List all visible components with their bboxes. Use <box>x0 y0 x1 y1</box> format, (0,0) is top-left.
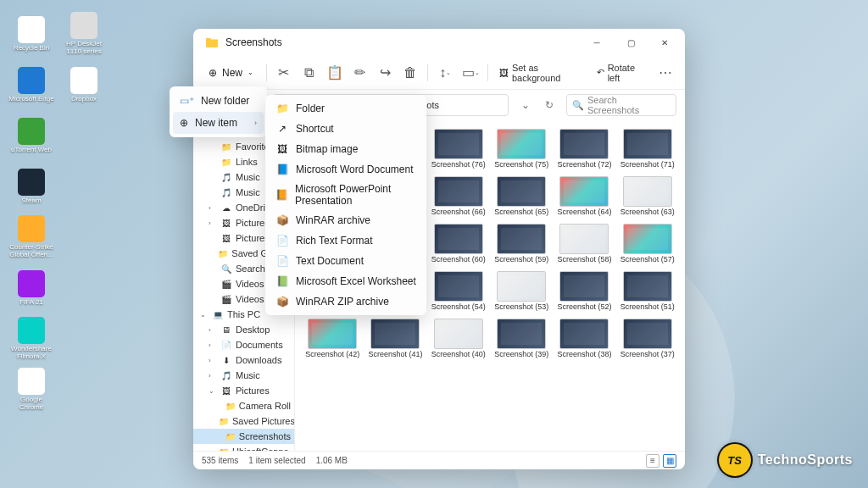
file-thumbnail[interactable]: Screenshot (54) <box>428 269 489 313</box>
flyout-item[interactable]: 📁Folder <box>269 98 423 119</box>
file-thumbnail[interactable]: Screenshot (51) <box>617 269 678 313</box>
sidebar-item[interactable]: ›🎵Music <box>193 368 294 383</box>
file-thumbnail[interactable]: Screenshot (38) <box>554 317 615 361</box>
view-icon[interactable]: ▭⌄ <box>459 61 481 85</box>
separator <box>427 64 428 81</box>
cut-icon[interactable]: ✂ <box>273 61 295 85</box>
close-button[interactable]: ✕ <box>648 29 682 56</box>
share-icon[interactable]: ↪ <box>375 61 397 85</box>
file-thumbnail[interactable]: Screenshot (42) <box>302 317 363 361</box>
minimize-button[interactable]: ─ <box>580 29 614 56</box>
file-thumbnail[interactable]: Screenshot (72) <box>554 127 615 171</box>
flyout-item[interactable]: ↗Shortcut <box>269 119 423 139</box>
sidebar-item-label: Videos <box>236 294 264 304</box>
sort-icon[interactable]: ↕⌄ <box>434 61 456 85</box>
thumbnail-image <box>623 224 672 254</box>
flyout-item[interactable]: 🖼Bitmap image <box>269 139 423 159</box>
sidebar-item[interactable]: 📁Camera Roll <box>193 398 294 413</box>
flyout-item-label: Shortcut <box>296 123 334 135</box>
desktop-icon-label: uTorrent Web <box>11 147 52 154</box>
file-thumbnail[interactable]: Screenshot (41) <box>364 317 426 361</box>
caret-icon: › <box>209 219 217 227</box>
flyout-item[interactable]: 📗Microsoft Excel Worksheet <box>269 271 423 291</box>
flyout-item[interactable]: 📄Text Document <box>269 251 423 271</box>
caret-icon: ⌄ <box>209 387 217 395</box>
sidebar-item-label: Documents <box>236 340 283 350</box>
file-thumbnail[interactable]: Screenshot (71) <box>617 127 678 171</box>
sidebar-item[interactable]: ›📄Documents <box>193 337 294 352</box>
flyout-item[interactable]: 📘Microsoft Word Document <box>269 159 423 180</box>
separator <box>487 64 488 81</box>
grid-view-button[interactable]: ▦ <box>663 454 676 468</box>
app-icon <box>18 118 45 145</box>
file-thumbnail[interactable]: Screenshot (63) <box>617 175 678 219</box>
desktop-icon[interactable]: Counter-Strike Global Offen... <box>8 212 54 263</box>
desktop-icon[interactable]: HP DeskJet 1110 series <box>61 8 107 59</box>
rotate-left-button[interactable]: ↶ Rotate left <box>592 59 651 86</box>
sidebar-item[interactable]: 📁UbisoftConne... <box>193 444 294 451</box>
desktop-icon[interactable]: Dropbox <box>61 59 107 110</box>
sidebar-item[interactable]: ›⬇Downloads <box>193 352 294 368</box>
flyout-item[interactable]: 📦WinRAR archive <box>269 210 423 230</box>
file-thumbnail[interactable]: Screenshot (58) <box>554 222 615 266</box>
new-item-item[interactable]: ⊕ New item › <box>173 112 264 134</box>
sidebar-item[interactable]: ›🖥Desktop <box>193 322 294 337</box>
search-input[interactable]: 🔍 Search Screenshots <box>566 94 676 116</box>
sidebar-item[interactable]: ⌄🖼Pictures <box>193 383 294 398</box>
flyout-item[interactable]: 📦WinRAR ZIP archive <box>269 291 423 312</box>
file-thumbnail[interactable]: Screenshot (66) <box>428 175 489 219</box>
chevron-right-icon: › <box>254 119 257 127</box>
file-thumbnail[interactable]: Screenshot (76) <box>428 127 489 171</box>
rename-icon[interactable]: ✏ <box>349 61 371 85</box>
copy-icon[interactable]: ⧉ <box>298 61 320 85</box>
desktop-icon[interactable]: Steam <box>8 161 54 212</box>
desktop-icon[interactable]: Wondershare Filmora X <box>8 313 54 364</box>
desktop-icon[interactable]: Google Chrome <box>8 364 54 415</box>
delete-icon[interactable]: 🗑 <box>399 61 421 85</box>
desktop-icon[interactable]: Microsoft Edge <box>8 59 54 110</box>
separator <box>266 64 267 81</box>
file-thumbnail[interactable]: Screenshot (37) <box>617 317 678 361</box>
new-button[interactable]: ⊕ New ⌄ <box>202 64 260 82</box>
dropdown-button[interactable]: ⌄ <box>515 95 536 115</box>
file-name: Screenshot (66) <box>431 208 486 217</box>
sidebar-item[interactable]: 📁Screenshots <box>193 429 294 444</box>
maximize-button[interactable]: ▢ <box>614 29 648 56</box>
file-name: Screenshot (65) <box>494 208 548 217</box>
file-thumbnail[interactable]: Screenshot (64) <box>554 175 615 219</box>
file-thumbnail[interactable]: Screenshot (52) <box>554 269 615 313</box>
file-thumbnail[interactable]: Screenshot (57) <box>617 222 678 266</box>
refresh-button[interactable]: ↻ <box>539 95 559 115</box>
file-thumbnail[interactable]: Screenshot (40) <box>428 317 489 361</box>
desktop-icon[interactable]: FIFA 21 <box>8 263 54 313</box>
thumbnail-image <box>434 319 483 349</box>
more-icon[interactable]: ⋯ <box>654 61 676 85</box>
thumbnail-image <box>559 271 609 302</box>
caret-icon: › <box>209 341 217 349</box>
list-view-button[interactable]: ≡ <box>646 454 659 468</box>
desktop-icon[interactable]: uTorrent Web <box>8 110 54 161</box>
set-background-button[interactable]: 🖼 Set as background <box>494 59 588 86</box>
desktop-icon-label: Google Chrome <box>8 396 54 412</box>
file-thumbnail[interactable]: Screenshot (59) <box>491 222 552 266</box>
file-type-icon: 📙 <box>275 188 288 202</box>
desktop-icon[interactable]: Recycle Bin <box>8 8 54 59</box>
flyout-item-label: Microsoft PowerPoint Presentation <box>295 183 416 207</box>
folder-icon: 🔍 <box>220 263 232 274</box>
flyout-item[interactable]: 📙Microsoft PowerPoint Presentation <box>269 180 423 210</box>
paste-icon[interactable]: 📋 <box>324 61 346 85</box>
file-thumbnail[interactable]: Screenshot (60) <box>428 222 489 266</box>
file-thumbnail[interactable]: Screenshot (65) <box>491 175 552 219</box>
file-thumbnail[interactable]: Screenshot (53) <box>491 269 552 313</box>
file-name: Screenshot (53) <box>494 303 548 312</box>
flyout-item[interactable]: 📄Rich Text Format <box>269 230 423 251</box>
file-thumbnail[interactable]: Screenshot (75) <box>491 127 552 171</box>
file-name: Screenshot (39) <box>494 351 548 359</box>
titlebar[interactable]: Screenshots ─ ▢ ✕ <box>193 29 685 56</box>
rotate-icon: ↶ <box>597 67 604 78</box>
status-bar: 535 items 1 item selected 1.06 MB ≡ ▦ <box>193 451 685 469</box>
sidebar-item[interactable]: 📁Saved Pictures <box>193 413 294 429</box>
new-folder-item[interactable]: ▭⁺ New folder <box>173 90 264 112</box>
app-icon <box>18 215 45 242</box>
file-thumbnail[interactable]: Screenshot (39) <box>491 317 552 361</box>
